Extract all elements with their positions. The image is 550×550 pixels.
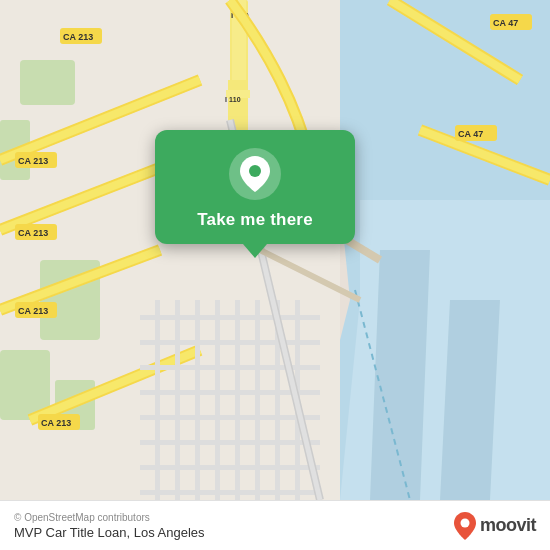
svg-rect-58 bbox=[140, 465, 320, 470]
svg-point-65 bbox=[460, 518, 469, 527]
svg-marker-4 bbox=[440, 300, 500, 500]
svg-rect-59 bbox=[140, 490, 320, 495]
take-me-there-label: Take me there bbox=[197, 210, 313, 230]
location-label: MVP Car Title Loan, Los Angeles bbox=[14, 525, 205, 540]
svg-text:CA 47: CA 47 bbox=[493, 18, 518, 28]
svg-text:CA 47: CA 47 bbox=[458, 129, 483, 139]
svg-rect-57 bbox=[140, 440, 320, 445]
svg-rect-53 bbox=[140, 340, 320, 345]
bottom-bar: © OpenStreetMap contributors MVP Car Tit… bbox=[0, 500, 550, 550]
svg-point-64 bbox=[249, 165, 261, 177]
svg-text:CA 213: CA 213 bbox=[18, 306, 48, 316]
moovit-pin-icon bbox=[454, 512, 476, 540]
svg-text:CA 213: CA 213 bbox=[63, 32, 93, 42]
copyright-text: © OpenStreetMap contributors bbox=[14, 512, 205, 523]
svg-text:CA 213: CA 213 bbox=[41, 418, 71, 428]
location-pin-icon bbox=[240, 156, 270, 192]
bottom-left-info: © OpenStreetMap contributors MVP Car Tit… bbox=[14, 512, 205, 540]
svg-text:CA 213: CA 213 bbox=[18, 228, 48, 238]
map-background: I 110 I 110 CA 213 CA 213 CA 213 CA 213 … bbox=[0, 0, 550, 500]
svg-rect-52 bbox=[140, 315, 320, 320]
moovit-wordmark: moovit bbox=[480, 515, 536, 536]
map-container: I 110 I 110 CA 213 CA 213 CA 213 CA 213 … bbox=[0, 0, 550, 500]
svg-text:CA 213: CA 213 bbox=[18, 156, 48, 166]
moovit-logo: moovit bbox=[454, 512, 536, 540]
location-icon-wrapper bbox=[229, 148, 281, 200]
svg-rect-56 bbox=[140, 415, 320, 420]
svg-rect-7 bbox=[20, 60, 75, 105]
svg-text:I 110: I 110 bbox=[225, 96, 241, 103]
take-me-there-button[interactable]: Take me there bbox=[155, 130, 355, 244]
